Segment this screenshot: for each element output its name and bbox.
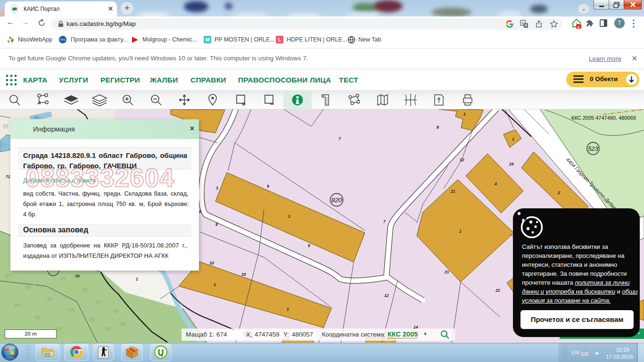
svg-text:9: 9	[267, 184, 269, 189]
svg-text:523: 523	[588, 145, 598, 152]
svg-text:1: 1	[136, 277, 138, 281]
svg-text:ККС 2005 4747490, 480069: ККС 2005 4747490, 480069	[571, 115, 636, 121]
svg-text:70: 70	[75, 274, 80, 279]
svg-text:24: 24	[509, 162, 514, 166]
svg-text:21: 21	[444, 270, 449, 274]
svg-text:EN: EN	[571, 350, 579, 355]
svg-text:1: 1	[512, 137, 514, 141]
svg-text:9: 9	[308, 243, 310, 248]
svg-text:10: 10	[241, 272, 246, 277]
svg-text:820: 820	[331, 197, 342, 204]
svg-text:4: 4	[494, 181, 497, 186]
svg-text:17.03.2026: 17.03.2026	[606, 354, 633, 360]
svg-text:x: x	[578, 25, 580, 29]
svg-text:1: 1	[287, 307, 289, 312]
svg-text:21: 21	[450, 189, 455, 194]
svg-text:1: 1	[463, 112, 466, 116]
svg-text:71: 71	[6, 174, 10, 179]
svg-text:1: 1	[214, 282, 216, 287]
svg-text:12: 12	[384, 293, 389, 298]
svg-text:9: 9	[215, 222, 218, 227]
svg-text:2: 2	[557, 190, 560, 195]
svg-text:10:25: 10:25	[616, 347, 630, 353]
svg-text:5: 5	[199, 209, 201, 214]
svg-text:1: 1	[459, 229, 462, 234]
svg-text:22: 22	[495, 288, 500, 293]
svg-text:8: 8	[437, 125, 439, 130]
svg-text:1: 1	[288, 214, 290, 219]
svg-text:3: 3	[216, 186, 218, 190]
svg-text:10: 10	[209, 261, 214, 265]
svg-text:12: 12	[460, 157, 464, 162]
